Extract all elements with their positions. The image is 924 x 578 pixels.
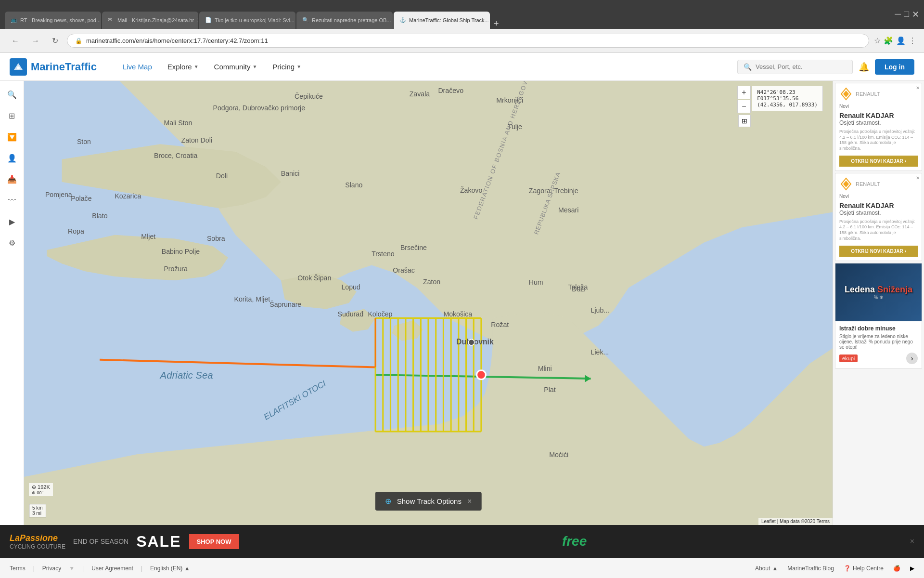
toolbar-play-button[interactable]: ▶ <box>3 213 21 230</box>
svg-text:Hum: Hum <box>529 278 543 286</box>
login-button[interactable]: Log in <box>875 59 914 75</box>
profile-button[interactable]: 👤 <box>896 36 906 45</box>
nav-live-map[interactable]: Live Map <box>116 59 159 75</box>
ad3-subhead: Istraži dobre minuse <box>839 325 918 332</box>
toolbar-layers-button[interactable]: ⊞ <box>3 107 21 124</box>
right-sidebar: ✕ RENAULT Novi Renault KADJAR Osjetí stv… <box>833 81 924 525</box>
renault-diamond-icon <box>839 87 853 101</box>
toolbar-user-button[interactable]: 👤 <box>3 149 21 167</box>
ad2-logo: RENAULT <box>839 177 918 191</box>
footer-useragreement-link[interactable]: User Agreement <box>91 565 133 572</box>
leaflet-credit[interactable]: Leaflet <box>761 519 776 524</box>
svg-text:Suđurađ: Suđurađ <box>338 310 364 318</box>
ad3-headline: Ledena Sniženja <box>845 285 912 295</box>
map-area[interactable]: Adriatic Sea ELAFITSKI OTOCI Metohija St… <box>24 81 833 525</box>
nav-community[interactable]: Community ▼ <box>207 59 264 75</box>
android-icon[interactable]: ▶ <box>910 565 914 572</box>
tab-mail[interactable]: ✉ Mail - Kristijan.Zinaja@24sata.hr ✕ <box>102 12 198 29</box>
tab-close-mail[interactable]: ✕ <box>197 17 198 24</box>
ad-renault-2: ✕ RENAULT Novi Renault KADJAR Osjetí stv… <box>835 173 922 261</box>
menu-button[interactable]: ⋮ <box>909 36 916 45</box>
svg-text:Moćići: Moćići <box>549 451 568 459</box>
ad1-cta-button[interactable]: OTKRIJ NOVI KADJAR › <box>839 156 918 167</box>
footer-help-link[interactable]: ❓ Help Centre <box>844 565 884 572</box>
svg-text:Blato: Blato <box>92 212 107 220</box>
reload-button[interactable]: ↻ <box>48 34 62 47</box>
svg-text:Adriatic Sea: Adriatic Sea <box>160 370 213 381</box>
svg-text:Ljub...: Ljub... <box>591 306 609 314</box>
minimize-button[interactable]: ─ <box>895 9 901 20</box>
apple-store-icon[interactable]: 🍎 <box>893 565 900 572</box>
search-box[interactable]: 🔍 <box>737 60 853 74</box>
bookmark-button[interactable]: ☆ <box>874 36 881 45</box>
ad2-cta-button[interactable]: OTKRIJ NOVI KADJAR › <box>839 246 918 257</box>
browser-tabs: 📺 RT - Breaking news, shows, pod... ✕ ✉ … <box>5 0 891 29</box>
toolbar-weather-button[interactable]: 〰 <box>3 192 21 209</box>
footer-terms-link[interactable]: Terms <box>10 565 26 572</box>
maximize-button[interactable]: □ <box>904 9 909 20</box>
svg-text:Duži: Duži <box>572 285 585 293</box>
footer-blog-link[interactable]: MarineTraffic Blog <box>787 565 834 572</box>
nav-pricing[interactable]: Pricing ▼ <box>266 59 308 75</box>
tab-icon-marine: ⚓ <box>399 17 406 24</box>
app-wrapper: MarineTraffic Live Map Explore ▼ Communi… <box>0 53 924 578</box>
nav-explore[interactable]: Explore ▼ <box>161 59 205 75</box>
ad1-brand: RENAULT <box>856 91 880 97</box>
new-tab-button[interactable]: + <box>491 19 502 29</box>
back-button[interactable]: ← <box>8 35 23 47</box>
footer-language-link[interactable]: English (EN) ▲ <box>150 565 190 572</box>
forward-button[interactable]: → <box>28 35 43 47</box>
ad3-body: Stiglo je vrijeme za ledeno niske cijene… <box>839 334 918 350</box>
logo-area: MarineTraffic <box>10 58 97 76</box>
svg-text:Čepikuće: Čepikuće <box>295 92 323 100</box>
svg-text:Ropa: Ropa <box>68 227 84 235</box>
map-credit: Leaflet | Map data ©2020 Terms <box>758 518 833 525</box>
ad-renault-1: ✕ RENAULT Novi Renault KADJAR Osjetí stv… <box>835 83 922 171</box>
zoom-in-button[interactable]: + <box>737 86 751 99</box>
top-nav: MarineTraffic Live Map Explore ▼ Communi… <box>0 53 924 81</box>
community-dropdown-arrow: ▼ <box>252 64 257 69</box>
svg-text:Mesari: Mesari <box>558 206 578 214</box>
tab-rt[interactable]: 📺 RT - Breaking news, shows, pod... ✕ <box>5 12 101 29</box>
close-window-button[interactable]: ✕ <box>912 9 919 20</box>
logo-icon[interactable] <box>10 58 27 76</box>
search-input[interactable] <box>756 63 842 70</box>
track-options-bar[interactable]: ⊕ Show Track Options × <box>375 492 482 511</box>
bottom-ad-shop-button[interactable]: SHOP NOW <box>189 534 239 549</box>
tab-label-vladi: Tko je tko u europskoj Vladi: Svi... <box>215 17 295 23</box>
ad3-image: Ledena Sniženja % ❄ <box>835 263 922 321</box>
ad3-next-button[interactable]: › <box>906 353 918 364</box>
bottom-ad-bar: LaPassione CYCLING COUTURE END OF SEASON… <box>0 525 924 558</box>
url-bar[interactable]: 🔒 marinetraffic.com/en/ais/home/centerx:… <box>67 34 869 48</box>
svg-text:Kozarica: Kozarica <box>115 192 141 200</box>
tab-icon-mail: ✉ <box>108 17 115 24</box>
ad2-brand: RENAULT <box>856 181 880 187</box>
svg-text:Ston: Ston <box>77 138 91 145</box>
ad2-close-button[interactable]: ✕ <box>916 175 920 181</box>
footer-about-link[interactable]: About ▲ <box>755 565 778 572</box>
explore-dropdown-arrow: ▼ <box>194 64 199 69</box>
toolbar-filter-button[interactable]: 🔽 <box>3 128 21 145</box>
coord-display: N42°26'08.23 E017°53'35.56 (42.4356, 017… <box>752 86 823 111</box>
toolbar-inbox-button[interactable]: 📥 <box>3 171 21 188</box>
notification-button[interactable]: 🔔 <box>859 62 869 72</box>
nav-right: 🔍 🔔 Log in <box>737 59 914 75</box>
bottom-ad-close-button[interactable]: × <box>910 537 914 546</box>
svg-text:Mokošica: Mokošica <box>443 310 472 318</box>
toolbar-settings-button[interactable]: ⚙ <box>3 234 21 251</box>
tab-vladi[interactable]: 📄 Tko je tko u europskoj Vladi: Svi... ✕ <box>199 12 295 29</box>
extensions-button[interactable]: 🧩 <box>884 36 893 45</box>
address-bar: ← → ↻ 🔒 marinetraffic.com/en/ais/home/ce… <box>0 29 924 53</box>
tab-marinetraffic[interactable]: ⚓ MarineTraffic: Global Ship Track... ✕ <box>394 12 490 29</box>
svg-text:Korita, Mljet: Korita, Mljet <box>234 295 270 303</box>
tab-icon-rt: 📺 <box>11 17 17 24</box>
map-type-button[interactable]: ⊞ <box>738 115 751 127</box>
zoom-out-button[interactable]: − <box>737 100 751 113</box>
tab-search[interactable]: 🔍 Rezultati napredne pretrage OB... ✕ <box>296 12 393 29</box>
ad1-close-button[interactable]: ✕ <box>916 85 920 91</box>
map-terms[interactable]: Terms <box>817 519 830 524</box>
footer-privacy-link[interactable]: Privacy <box>42 565 61 572</box>
toolbar-search-button[interactable]: 🔍 <box>3 86 21 103</box>
ad1-small-text: Prosječna potrošnja u mješovitoj vožnji:… <box>839 129 918 152</box>
track-options-close-button[interactable]: × <box>467 497 472 506</box>
